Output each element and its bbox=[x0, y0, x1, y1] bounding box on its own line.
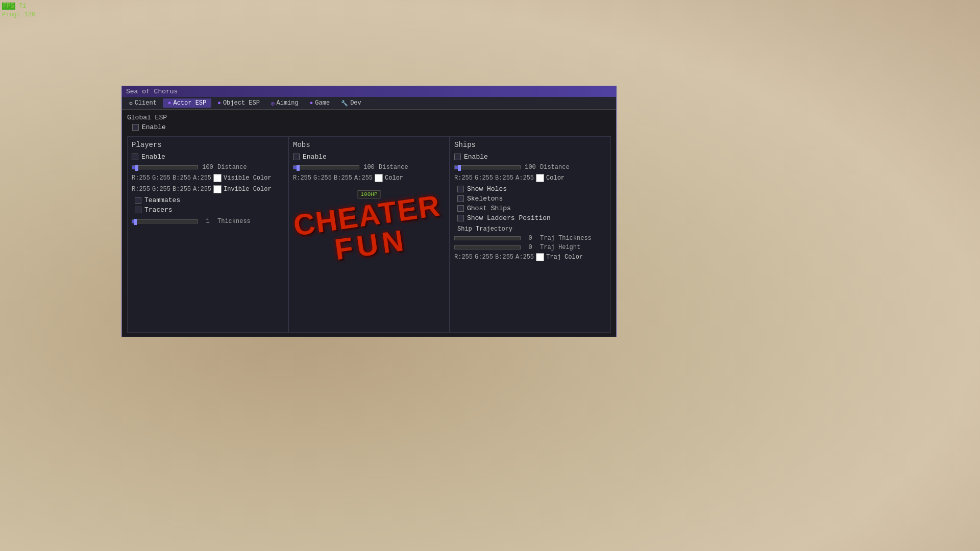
players-inv-r: R:255 bbox=[132, 186, 150, 193]
players-teammates-checkbox[interactable] bbox=[135, 197, 141, 204]
ships-traj-thickness-value: 0 bbox=[523, 235, 538, 242]
ships-distance-slider[interactable] bbox=[454, 165, 521, 169]
ships-title: Ships bbox=[454, 141, 606, 149]
ships-traj-thickness-label: Traj Thickness bbox=[540, 235, 592, 242]
ships-traj-g: G:255 bbox=[475, 254, 493, 261]
mobs-enable-checkbox[interactable] bbox=[293, 154, 300, 160]
tab-bar: ⚙ Client ● Actor ESP ● Object ESP ◎ Aimi… bbox=[122, 97, 616, 110]
global-esp-checkbox[interactable] bbox=[132, 124, 139, 131]
ships-show-ladders-checkbox[interactable] bbox=[457, 215, 464, 221]
players-visible-color-label: Visible Color bbox=[224, 174, 272, 182]
ships-show-ladders-label: Show Ladders Position bbox=[467, 214, 551, 222]
mobs-distance-label: Distance bbox=[379, 164, 408, 171]
players-inv-a: A:255 bbox=[193, 186, 211, 193]
hud-overlay: FPS 71 Ping: 126 bbox=[2, 2, 35, 19]
ships-traj-height-row: 0 Traj Height bbox=[454, 244, 606, 251]
ships-enable-checkbox[interactable] bbox=[454, 154, 461, 160]
mobs-distance-slider[interactable] bbox=[293, 165, 359, 169]
players-teammates-row: Teammates bbox=[132, 196, 284, 204]
ships-traj-color-label: Traj Color bbox=[546, 254, 583, 261]
players-visible-color-row: R:255 G:255 B:255 A:255 Visible Color bbox=[132, 174, 284, 182]
players-distance-slider[interactable] bbox=[132, 165, 198, 169]
players-vis-g: G:255 bbox=[152, 174, 170, 182]
ships-traj-height-value: 0 bbox=[523, 244, 538, 251]
ships-traj-color-swatch[interactable] bbox=[536, 253, 544, 261]
ship-trajectory-section: Ship Trajectory bbox=[457, 225, 606, 233]
ships-traj-color-row: R:255 G:255 B:255 A:255 Traj Color bbox=[454, 253, 606, 261]
players-visible-color-swatch[interactable] bbox=[213, 174, 222, 182]
mobs-r: R:255 bbox=[293, 174, 311, 182]
players-column: Players Enable 100 Distance R:255 G:255 bbox=[127, 136, 288, 333]
mobs-enable-row: Enable bbox=[293, 153, 445, 161]
players-distance-row: 100 Distance bbox=[132, 164, 284, 171]
mobs-g: G:255 bbox=[313, 174, 332, 182]
ships-distance-value: 100 bbox=[523, 164, 538, 171]
ships-show-holes-row: Show Holes bbox=[454, 185, 606, 193]
tab-dev[interactable]: 🔧 Dev bbox=[336, 98, 366, 108]
players-title: Players bbox=[132, 141, 284, 149]
players-enable-checkbox[interactable] bbox=[132, 154, 138, 160]
fps-value: 71 bbox=[19, 3, 26, 10]
mobs-b: B:255 bbox=[334, 174, 352, 182]
columns-area: Players Enable 100 Distance R:255 G:255 bbox=[127, 136, 611, 333]
mobs-a: A:255 bbox=[354, 174, 373, 182]
ships-distance-label: Distance bbox=[540, 164, 570, 171]
mobs-color-label: Color bbox=[385, 174, 403, 182]
players-inv-b: B:255 bbox=[173, 186, 191, 193]
ships-skeletons-checkbox[interactable] bbox=[457, 195, 464, 202]
aiming-icon: ◎ bbox=[271, 100, 275, 107]
ships-traj-b: B:255 bbox=[495, 254, 513, 261]
ships-show-holes-checkbox[interactable] bbox=[457, 186, 464, 192]
players-invisible-color-label: Invible Color bbox=[224, 186, 272, 193]
players-enable-row: Enable bbox=[132, 153, 284, 161]
ships-enable-row: Enable bbox=[454, 153, 606, 161]
players-tracers-checkbox[interactable] bbox=[135, 207, 141, 213]
actor-esp-icon: ● bbox=[168, 100, 172, 106]
ships-traj-thickness-slider[interactable] bbox=[454, 236, 521, 240]
ships-traj-a: A:255 bbox=[516, 254, 534, 261]
tab-object-esp[interactable]: ● Object ESP bbox=[212, 98, 265, 108]
tab-client-label: Client bbox=[135, 99, 157, 107]
mobs-title: Mobs bbox=[293, 141, 445, 149]
players-distance-value: 100 bbox=[200, 164, 215, 171]
players-thickness-label: Thickness bbox=[217, 218, 251, 225]
players-vis-b: B:255 bbox=[173, 174, 191, 182]
ships-traj-height-slider[interactable] bbox=[454, 245, 521, 249]
ships-r: R:255 bbox=[454, 174, 473, 182]
players-tracers-row: Tracers bbox=[132, 206, 284, 214]
ships-show-holes-label: Show Holes bbox=[467, 185, 507, 193]
watermark: CHEATER FUN bbox=[293, 190, 445, 269]
tab-actor-esp-label: Actor ESP bbox=[173, 99, 206, 107]
players-invisible-color-swatch[interactable] bbox=[213, 185, 222, 193]
ships-enable-label: Enable bbox=[464, 153, 488, 161]
ships-color-row: R:255 G:255 B:255 A:255 Color bbox=[454, 174, 606, 182]
tab-game-label: Game bbox=[315, 99, 330, 107]
ships-distance-row: 100 Distance bbox=[454, 164, 606, 171]
window-title: Sea of Chorus bbox=[126, 88, 178, 95]
mobs-color-row: R:255 G:255 B:255 A:255 Color bbox=[293, 174, 445, 182]
ships-color-swatch[interactable] bbox=[536, 174, 544, 182]
ships-skeletons-label: Skeletons bbox=[467, 195, 503, 203]
players-vis-r: R:255 bbox=[132, 174, 150, 182]
dev-icon: 🔧 bbox=[341, 100, 348, 107]
ships-color-label: Color bbox=[546, 174, 565, 182]
tab-actor-esp[interactable]: ● Actor ESP bbox=[163, 98, 211, 108]
tab-client[interactable]: ⚙ Client bbox=[124, 98, 162, 108]
mobs-column: Mobs Enable 100 Distance R:255 G:255 bbox=[288, 136, 450, 333]
global-esp-label: Global ESP bbox=[127, 114, 611, 121]
players-inv-g: G:255 bbox=[152, 186, 170, 193]
ships-ghost-ships-checkbox[interactable] bbox=[457, 205, 464, 212]
tab-game[interactable]: ● Game bbox=[305, 98, 335, 108]
mobs-color-swatch[interactable] bbox=[375, 174, 383, 182]
tab-aiming-label: Aiming bbox=[277, 99, 299, 107]
players-teammates-label: Teammates bbox=[144, 196, 180, 204]
watermark-area: 100HP CHEATER FUN bbox=[293, 185, 445, 328]
players-thickness-row: 1 Thickness bbox=[132, 218, 284, 225]
mobs-enable-label: Enable bbox=[303, 153, 327, 161]
players-tracers-label: Tracers bbox=[144, 206, 173, 214]
players-thickness-slider[interactable] bbox=[132, 219, 198, 223]
tab-aiming[interactable]: ◎ Aiming bbox=[266, 98, 304, 108]
global-esp-section: Global ESP Enable bbox=[127, 114, 611, 131]
object-esp-icon: ● bbox=[217, 100, 221, 106]
ships-traj-height-label: Traj Height bbox=[540, 244, 580, 251]
